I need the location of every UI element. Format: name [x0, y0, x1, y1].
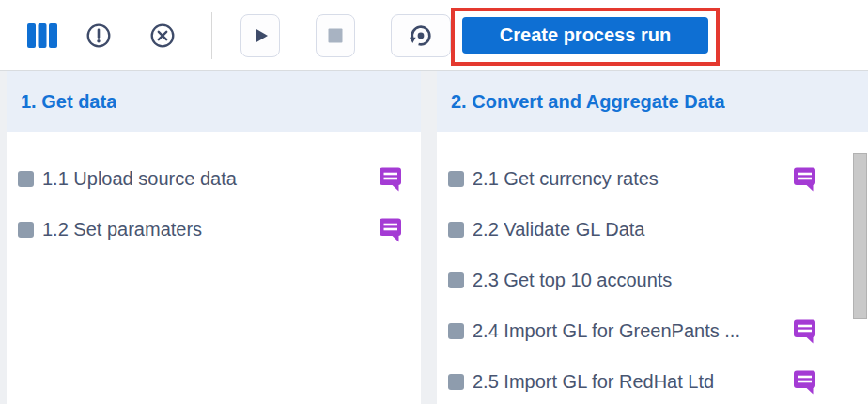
comment-icon[interactable] — [793, 369, 817, 395]
annotation-highlight-box: Create process run — [451, 8, 720, 66]
task-list: 2.1 Get currency rates 2.2 Validate GL D… — [437, 132, 868, 404]
vertical-scrollbar-thumb[interactable] — [853, 153, 867, 319]
comment-icon[interactable] — [379, 217, 403, 242]
stop-icon — [324, 24, 347, 47]
column-title: 1. Get data — [21, 91, 116, 113]
comment-icon[interactable] — [793, 319, 817, 344]
process-column-2: 2. Convert and Aggregate Data 2.1 Get cu… — [437, 71, 868, 404]
task-item[interactable]: 2.5 Import GL for RedHat Ltd — [448, 356, 817, 404]
task-label: 1.2 Set paramaters — [42, 219, 370, 241]
history-reset-icon — [408, 23, 434, 49]
history-reset-button[interactable] — [391, 14, 451, 57]
task-item[interactable]: 1.1 Upload source data — [18, 153, 403, 204]
column-body: 2.1 Get currency rates 2.2 Validate GL D… — [437, 132, 868, 404]
task-status-icon — [448, 374, 464, 390]
task-label: 2.3 Get top 10 accounts — [473, 270, 817, 291]
comment-icon[interactable] — [379, 166, 403, 192]
column-title: 2. Convert and Aggregate Data — [451, 91, 725, 113]
task-label: 2.2 Validate GL Data — [473, 219, 817, 241]
toolbar: Create process run — [0, 0, 868, 71]
comment-icon[interactable] — [793, 166, 817, 192]
error-circle-icon[interactable] — [86, 23, 111, 48]
cancel-circle-icon[interactable] — [150, 23, 175, 48]
create-process-run-button[interactable]: Create process run — [462, 17, 708, 54]
board-columns-icon[interactable] — [27, 23, 57, 48]
task-status-icon — [18, 171, 34, 187]
column-header[interactable]: 2. Convert and Aggregate Data — [437, 71, 868, 132]
task-label: 2.1 Get currency rates — [473, 168, 784, 190]
process-column-1: 1. Get data 1.1 Upload source data 1.2 S… — [7, 71, 421, 404]
run-play-button[interactable] — [240, 14, 280, 57]
task-item[interactable]: 1.2 Set paramaters — [18, 204, 403, 255]
task-label: 2.4 Import GL for GreenPants ... — [473, 320, 784, 342]
task-list: 1.1 Upload source data 1.2 Set paramater… — [7, 132, 421, 255]
stop-button[interactable] — [316, 14, 355, 57]
task-item[interactable]: 2.4 Import GL for GreenPants ... — [448, 305, 817, 356]
task-status-icon — [448, 323, 464, 339]
task-status-icon — [448, 171, 464, 187]
play-icon — [249, 24, 271, 47]
task-status-icon — [448, 272, 464, 288]
task-label: 2.5 Import GL for RedHat Ltd — [473, 371, 784, 393]
task-item[interactable]: 2.1 Get currency rates — [448, 153, 817, 204]
task-label: 1.1 Upload source data — [42, 168, 370, 190]
task-item[interactable]: 2.3 Get top 10 accounts — [448, 255, 817, 305]
toolbar-divider — [211, 12, 212, 59]
task-status-icon — [18, 222, 34, 238]
task-item[interactable]: 2.2 Validate GL Data — [448, 204, 817, 255]
column-body: 1.1 Upload source data 1.2 Set paramater… — [7, 132, 421, 404]
column-header[interactable]: 1. Get data — [7, 71, 421, 132]
task-status-icon — [448, 222, 464, 238]
process-board: 1. Get data 1.1 Upload source data 1.2 S… — [0, 71, 868, 404]
